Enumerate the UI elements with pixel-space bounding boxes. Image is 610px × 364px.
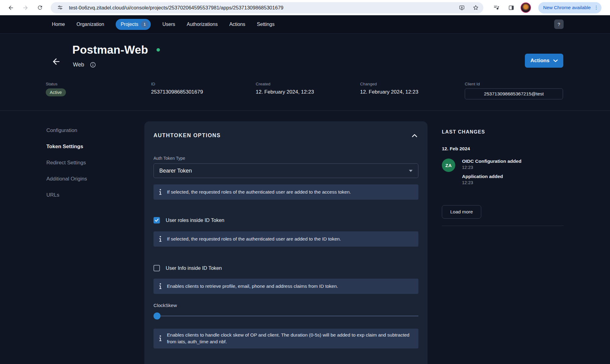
nav-item-actions[interactable]: Actions bbox=[229, 22, 245, 27]
auth-token-type-value: Bearer Token bbox=[159, 168, 409, 174]
id-label: ID bbox=[151, 82, 203, 86]
note-userinfo: Enables clients to retrieve profile, ema… bbox=[153, 279, 418, 294]
note-access-token: If selected, the requested roles of the … bbox=[153, 184, 418, 200]
changed-value: 12. February 2024, 12:23 bbox=[360, 89, 418, 95]
media-controls-icon[interactable] bbox=[491, 2, 502, 13]
checkbox-user-roles-label: User roles inside ID Token bbox=[166, 217, 224, 223]
last-changes-panel: LAST CHANGES 12. Feb 2024 ZA OIDC Config… bbox=[442, 121, 564, 226]
url-text[interactable]: test-0o6zvq.zitadel.cloud/ui/console/pro… bbox=[69, 5, 453, 11]
checkbox-user-roles-row[interactable]: User roles inside ID Token bbox=[153, 217, 418, 223]
note-id-token-text: If selected, the requested roles of the … bbox=[167, 236, 341, 242]
browser-forward-icon[interactable] bbox=[20, 2, 31, 13]
avatar: ZA bbox=[442, 159, 455, 172]
site-settings-icon[interactable] bbox=[55, 2, 65, 13]
help-button[interactable]: ? bbox=[554, 20, 564, 29]
address-bar[interactable]: test-0o6zvq.zitadel.cloud/ui/console/pro… bbox=[51, 2, 483, 13]
nav-item-projects-label: Projects bbox=[121, 22, 138, 27]
slider-track[interactable] bbox=[153, 316, 418, 316]
console-navbar: Home Organization Projects 1 Users Autho… bbox=[0, 15, 610, 34]
event-title: OIDC Configuration added bbox=[462, 159, 522, 164]
info-i-icon bbox=[159, 189, 162, 195]
clockskew-label: ClockSkew bbox=[153, 303, 418, 308]
event-time: 12:23 bbox=[462, 165, 522, 170]
note-clockskew-text: Enables clients to handle clock skew of … bbox=[167, 332, 413, 345]
info-i-icon bbox=[159, 236, 162, 242]
checkbox-user-info-label: User Info inside ID Token bbox=[166, 265, 222, 271]
install-app-icon[interactable] bbox=[457, 2, 467, 13]
note-access-token-text: If selected, the requested roles of the … bbox=[167, 189, 351, 195]
note-id-token: If selected, the requested roles of the … bbox=[153, 231, 418, 247]
client-id-value[interactable]: 253713098685367215@test bbox=[465, 88, 563, 99]
actions-button-label: Actions bbox=[530, 58, 549, 64]
nav-item-organization[interactable]: Organization bbox=[77, 22, 104, 27]
chevron-down-icon bbox=[553, 59, 558, 62]
nav-item-authorizations[interactable]: Authorizations bbox=[187, 22, 218, 27]
event-time: 12:23 bbox=[462, 180, 522, 185]
nav-item-settings[interactable]: Settings bbox=[257, 22, 275, 27]
auth-token-type-select[interactable]: Bearer Token bbox=[153, 163, 418, 178]
nav-item-home[interactable]: Home bbox=[52, 22, 65, 27]
header-divider bbox=[0, 110, 610, 111]
actions-button[interactable]: Actions bbox=[525, 54, 563, 68]
chevron-up-icon[interactable] bbox=[411, 133, 418, 138]
sidebar-item-redirect-settings[interactable]: Redirect Settings bbox=[46, 160, 135, 166]
card-title: AUTHTOKEN OPTIONS bbox=[153, 132, 221, 139]
event-title: Application added bbox=[462, 174, 522, 179]
page-title: Postman-Web bbox=[72, 44, 148, 56]
back-button-icon[interactable] bbox=[51, 57, 61, 66]
note-clockskew: Enables clients to handle clock skew of … bbox=[153, 329, 418, 348]
browser-reload-icon[interactable] bbox=[34, 2, 46, 13]
chrome-update-button[interactable]: New Chrome available ⋮ bbox=[538, 2, 601, 13]
app-header: Postman-Web Web Actions Status Active ID… bbox=[0, 34, 610, 111]
info-icon[interactable] bbox=[90, 62, 96, 68]
clockskew-slider[interactable] bbox=[153, 311, 418, 320]
nav-item-users[interactable]: Users bbox=[162, 22, 175, 27]
change-event: Application added 12:23 bbox=[462, 174, 522, 185]
app-type-label: Web bbox=[73, 62, 84, 68]
checkbox-user-info-row[interactable]: User Info inside ID Token bbox=[153, 265, 418, 271]
info-i-icon bbox=[159, 335, 162, 341]
chrome-update-label: New Chrome available bbox=[543, 5, 591, 10]
created-value: 12. February 2024, 12:23 bbox=[256, 89, 314, 95]
load-more-button[interactable]: Load more bbox=[442, 205, 481, 219]
sidebar-item-configuration[interactable]: Configuration bbox=[46, 127, 135, 134]
changes-date: 12. Feb 2024 bbox=[442, 146, 564, 152]
info-i-icon bbox=[159, 283, 162, 289]
changed-label: Changed bbox=[360, 82, 418, 86]
client-id-label: Client Id bbox=[465, 82, 563, 86]
settings-sidebar: Configuration Token Settings Redirect Se… bbox=[46, 127, 135, 208]
changes-divider bbox=[442, 226, 564, 226]
nav-item-projects[interactable]: Projects 1 bbox=[116, 19, 151, 30]
browser-profile-avatar[interactable] bbox=[521, 2, 531, 13]
select-caret-icon bbox=[409, 170, 413, 172]
slider-thumb[interactable] bbox=[153, 312, 161, 319]
sidebar-item-urls[interactable]: URLs bbox=[46, 192, 135, 198]
authtoken-options-card: AUTHTOKEN OPTIONS Auth Token Type Bearer… bbox=[144, 121, 428, 364]
last-changes-heading: LAST CHANGES bbox=[442, 129, 564, 135]
browser-menu-icon[interactable]: ⋮ bbox=[594, 5, 599, 10]
side-panel-icon[interactable] bbox=[506, 2, 516, 13]
status-badge: Active bbox=[46, 88, 66, 96]
active-state-dot bbox=[157, 48, 160, 52]
id-value: 253713098685301679 bbox=[151, 89, 203, 95]
checkbox-unchecked-icon[interactable] bbox=[153, 265, 160, 271]
created-label: Created bbox=[256, 82, 314, 86]
status-label: Status bbox=[46, 82, 66, 86]
auth-token-type-label: Auth Token Type bbox=[153, 156, 418, 161]
sidebar-item-token-settings[interactable]: Token Settings bbox=[46, 144, 135, 150]
browser-toolbar: test-0o6zvq.zitadel.cloud/ui/console/pro… bbox=[0, 0, 610, 15]
sidebar-item-additional-origins[interactable]: Additional Origins bbox=[46, 176, 135, 182]
projects-count-badge: 1 bbox=[141, 21, 148, 28]
note-userinfo-text: Enables clients to retrieve profile, ema… bbox=[167, 283, 338, 290]
change-event: OIDC Configuration added 12:23 bbox=[462, 159, 522, 170]
browser-back-icon[interactable] bbox=[5, 2, 16, 13]
checkbox-checked-icon[interactable] bbox=[153, 217, 160, 223]
bookmark-star-icon[interactable] bbox=[471, 2, 481, 13]
